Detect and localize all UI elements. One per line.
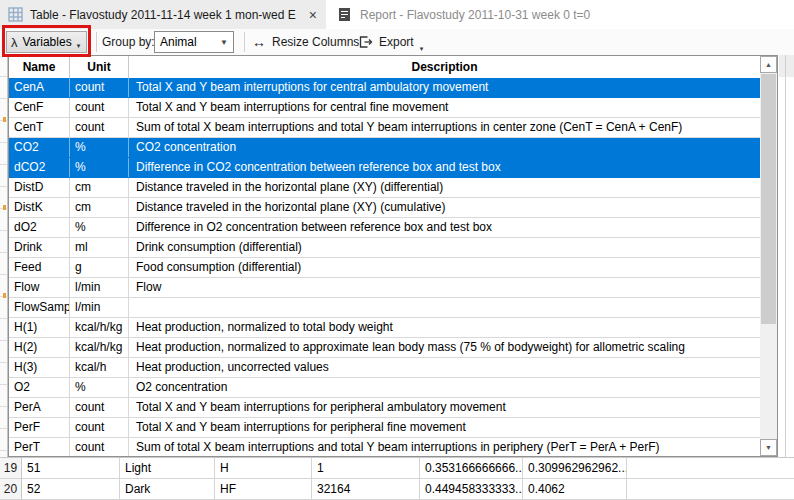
variable-name-cell: H(3)	[9, 358, 70, 377]
variable-desc-cell: Total X and Y beam interruptions for per…	[129, 398, 760, 417]
column-header-description[interactable]: Description	[129, 56, 760, 78]
variable-name-cell: dCO2	[9, 158, 70, 177]
background-table-row[interactable]: 1951LightH10.353166666666...0.3099629629…	[0, 458, 794, 479]
variable-row[interactable]: CenTcountSum of total X beam interruptio…	[9, 118, 760, 138]
variable-row[interactable]: DistKcmDistance traveled in the horizont…	[9, 198, 760, 218]
variable-name-cell: PerA	[9, 398, 70, 417]
variable-desc-cell: O2 concentration	[129, 378, 760, 397]
background-cell: H	[215, 458, 312, 478]
variable-row[interactable]: CenFcountTotal X and Y beam interruption…	[9, 98, 760, 118]
left-strip-mark	[3, 117, 6, 122]
tab-table-label: Table - Flavostudy 2011-11-14 week 1 mon…	[30, 8, 296, 22]
variable-desc-cell: Heat production, normalized to approxima…	[129, 338, 760, 357]
variable-name-cell: H(2)	[9, 338, 70, 357]
group-by-value: Animal	[160, 35, 220, 49]
row-number: 19	[0, 458, 22, 478]
background-cell: 0.4062	[523, 479, 627, 499]
variable-desc-cell: Drink consumption (differential)	[129, 238, 760, 257]
variable-name-cell: dO2	[9, 218, 70, 237]
export-button[interactable]: Export ▾	[358, 29, 423, 55]
variable-unit-cell: %	[70, 158, 129, 177]
variable-row[interactable]: Flowl/minFlow	[9, 278, 760, 298]
background-cell: 0.309962962962...	[523, 458, 627, 478]
variable-name-cell: Flow	[9, 278, 70, 297]
variables-header-row: Name Unit Description	[9, 56, 777, 79]
tab-report-label: Report - Flavostudy 2011-10-31 week 0 t=…	[360, 8, 590, 22]
variable-row[interactable]: FlowSampl/min	[9, 298, 760, 318]
variable-name-cell: Drink	[9, 238, 70, 257]
toolbar-separator	[96, 32, 97, 52]
variable-unit-cell: count	[70, 398, 129, 417]
close-icon[interactable]: ×	[309, 8, 317, 22]
variable-unit-cell: count	[70, 118, 129, 137]
resize-columns-icon: ↔	[252, 34, 266, 50]
variable-row[interactable]: PerTcountSum of total X beam interruptio…	[9, 438, 760, 456]
variable-unit-cell: kcal/h/kg	[70, 318, 129, 337]
scroll-up-icon[interactable]: ▲	[760, 56, 777, 73]
variable-row[interactable]: CenAcountTotal X and Y beam interruption…	[9, 78, 760, 98]
variable-desc-cell: Distance traveled in the horizontal plan…	[129, 198, 760, 217]
background-table-left-edge	[0, 55, 8, 457]
variable-unit-cell: %	[70, 138, 129, 157]
variable-name-cell: PerF	[9, 418, 70, 437]
variable-desc-cell: Sum of total X beam interruptions and to…	[129, 118, 760, 137]
variable-desc-cell: Heat production, uncorrected values	[129, 358, 760, 377]
variable-name-cell: DistK	[9, 198, 70, 217]
scroll-down-icon[interactable]: ▼	[760, 439, 777, 456]
column-header-name[interactable]: Name	[9, 56, 70, 78]
variables-scrollbar[interactable]: ▲ ▼	[760, 56, 777, 456]
variable-unit-cell: count	[70, 78, 129, 97]
variable-unit-cell: kcal/h	[70, 358, 129, 377]
background-cell: 0.353166666666...	[420, 458, 523, 478]
left-strip-mark	[3, 293, 6, 298]
chevron-down-icon: ▾	[420, 45, 424, 53]
scrollbar-thumb[interactable]	[761, 74, 776, 324]
variable-row[interactable]: H(2)kcal/h/kgHeat production, normalized…	[9, 338, 760, 358]
background-cell: Dark	[120, 479, 215, 499]
column-header-unit[interactable]: Unit	[70, 56, 129, 78]
row-number: 20	[0, 479, 22, 499]
group-by-label: Group by:	[102, 29, 155, 55]
tab-report[interactable]: Report - Flavostudy 2011-10-31 week 0 t=…	[330, 0, 630, 29]
variable-name-cell: DistD	[9, 178, 70, 197]
variable-unit-cell: %	[70, 218, 129, 237]
variable-desc-cell: Difference in CO2 concentration between …	[129, 158, 760, 177]
variable-unit-cell: ml	[70, 238, 129, 257]
variable-desc-cell: Food consumption (differential)	[129, 258, 760, 277]
left-strip-mark	[3, 205, 6, 210]
variable-row[interactable]: dO2%Difference in O2 concentration betwe…	[9, 218, 760, 238]
variable-unit-cell: %	[70, 378, 129, 397]
background-cell: 1	[312, 458, 420, 478]
variable-row[interactable]: H(1)kcal/h/kgHeat production, normalized…	[9, 318, 760, 338]
variable-desc-cell: Total X and Y beam interruptions for per…	[129, 418, 760, 437]
variable-row[interactable]: DrinkmlDrink consumption (differential)	[9, 238, 760, 258]
variable-unit-cell: count	[70, 418, 129, 437]
table-grid-icon	[8, 7, 23, 22]
variable-row[interactable]: CO2%CO2 concentration	[9, 138, 760, 158]
variable-row[interactable]: dCO2%Difference in CO2 concentration bet…	[9, 158, 760, 178]
variable-row[interactable]: PerFcountTotal X and Y beam interruption…	[9, 418, 760, 438]
background-table-row[interactable]: 2052DarkHF321640.449458333333...0.4062	[0, 479, 794, 500]
variable-row[interactable]: DistDcmDistance traveled in the horizont…	[9, 178, 760, 198]
variable-name-cell: Feed	[9, 258, 70, 277]
variable-row[interactable]: H(3)kcal/hHeat production, uncorrected v…	[9, 358, 760, 378]
variable-unit-cell: count	[70, 438, 129, 456]
variable-name-cell: CenT	[9, 118, 70, 137]
resize-columns-button[interactable]: ↔ Resize Columns	[252, 29, 359, 55]
export-label: Export	[379, 35, 414, 49]
variable-row[interactable]: PerAcountTotal X and Y beam interruption…	[9, 398, 760, 418]
variable-row[interactable]: FeedgFood consumption (differential)	[9, 258, 760, 278]
toolbar-separator	[244, 32, 245, 52]
variable-name-cell: CenA	[9, 78, 70, 97]
variable-name-cell: PerT	[9, 438, 70, 456]
variable-unit-cell: cm	[70, 178, 129, 197]
combo-arrow-icon: ▼	[220, 38, 228, 47]
variable-name-cell: FlowSamp	[9, 298, 70, 317]
variable-desc-cell: Sum of total X beam interruptions and to…	[129, 438, 760, 456]
background-cell: 52	[22, 479, 120, 499]
variable-desc-cell: Flow	[129, 278, 760, 297]
group-by-select[interactable]: Animal ▼	[154, 31, 234, 53]
variable-desc-cell: Distance traveled in the horizontal plan…	[129, 178, 760, 197]
background-scrollbar-edge	[785, 55, 786, 457]
variable-row[interactable]: O2%O2 concentration	[9, 378, 760, 398]
